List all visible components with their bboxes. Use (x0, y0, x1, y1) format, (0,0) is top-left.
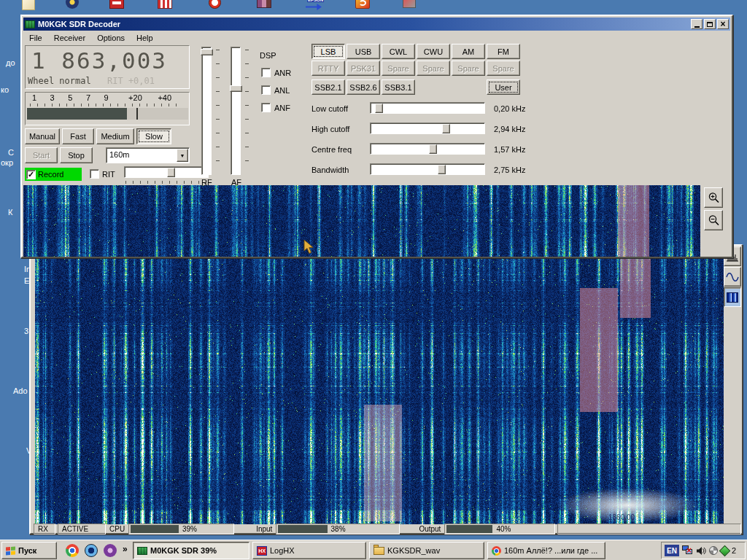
preset-ssb26-button[interactable]: SSB2.6 (347, 79, 380, 95)
s-meter-bar-fill (27, 108, 127, 120)
zoom-out-button[interactable] (704, 210, 723, 230)
quicklaunch-chrome-icon[interactable] (66, 544, 79, 557)
anr-checkbox[interactable] (261, 68, 271, 77)
quicklaunch-purple-icon[interactable] (104, 544, 117, 557)
menu-receiver[interactable]: Receiver (48, 32, 91, 44)
user-preset-button[interactable]: User (487, 79, 520, 95)
waterfall-display[interactable]: 1840.00 1860.00 (35, 249, 724, 524)
mode-cwu-button[interactable]: CWU (417, 44, 450, 59)
desktop-icon-striped-app[interactable] (158, 0, 172, 9)
output-percent: 40% (496, 525, 511, 533)
passband-marker[interactable] (364, 405, 402, 521)
start-button[interactable]: Пуск (1, 542, 57, 559)
passband-marker[interactable] (618, 185, 649, 257)
af-slider[interactable] (231, 47, 241, 175)
mode-spare-button[interactable]: Spare (417, 61, 450, 76)
quicklaunch-player-icon[interactable] (85, 544, 98, 557)
title-bar[interactable]: M0KGK SDR Decoder × (23, 18, 730, 31)
desktop-icon-orange-app[interactable] (355, 0, 370, 9)
bandwidth-slider[interactable] (370, 163, 485, 175)
scope-view-button[interactable] (724, 267, 741, 287)
rit-offset-label: RIT +0,01 (107, 76, 155, 86)
mode-am-button[interactable]: AM (452, 44, 485, 59)
low-cutoff-slider[interactable] (370, 102, 485, 114)
preset-ssb31-button[interactable]: SSB3.1 (382, 79, 415, 95)
low-cutoff-thumb[interactable] (375, 104, 383, 113)
minimize-button[interactable] (691, 19, 703, 29)
desktop-icon-misc[interactable] (403, 0, 416, 8)
centre-freq-slider[interactable] (370, 143, 485, 155)
maximize-button[interactable] (704, 19, 716, 29)
cpu-percent: 39% (182, 525, 197, 533)
bandwidth-label: Bandwidth (311, 166, 349, 174)
zoom-in-button[interactable] (704, 187, 723, 208)
mode-spare-button[interactable]: Spare (487, 61, 520, 76)
agc-slow-button[interactable]: Slow (136, 128, 171, 144)
menu-file[interactable]: File (23, 32, 48, 44)
system-tray: EN × 2 (661, 542, 746, 559)
desktop-label: Ado (13, 386, 28, 395)
taskbar: Пуск » M0KGK SDR 39% HX LogHX KGKSDR_wav… (0, 540, 747, 560)
high-cutoff-label: High cutoff (311, 125, 349, 133)
anf-checkbox[interactable] (261, 103, 271, 112)
tray-green-icon[interactable] (719, 545, 731, 556)
waterfall-history[interactable] (23, 185, 700, 257)
high-cutoff-thumb[interactable] (442, 124, 450, 133)
waterfall-view-button[interactable] (724, 287, 741, 307)
high-cutoff-slider[interactable] (370, 122, 485, 134)
output-progress: 40% (444, 524, 555, 534)
passband-marker[interactable] (620, 249, 651, 318)
agc-fast-button[interactable]: Fast (62, 128, 94, 144)
rf-slider[interactable] (201, 47, 212, 175)
taskbar-task-chrome-page[interactable]: 160m Аллё!? ...или где ... (487, 542, 605, 559)
volume-icon[interactable] (696, 546, 706, 556)
mode-lsb-button[interactable]: LSB (311, 44, 345, 59)
freq-scale-label: 1860.00 (608, 513, 635, 521)
mode-psk31-button[interactable]: PSK31 (347, 61, 380, 76)
agc-manual-button[interactable]: Manual (25, 128, 60, 144)
close-button[interactable]: × (717, 19, 729, 29)
rit-slider[interactable] (124, 166, 209, 178)
rit-slider-thumb[interactable] (167, 168, 175, 177)
desktop-icon-red-app[interactable] (109, 0, 124, 9)
desktop-icon-epson[interactable]: EPSON (303, 0, 328, 11)
quicklaunch-overflow-chevron[interactable]: » (123, 544, 128, 554)
centre-freq-thumb[interactable] (429, 144, 437, 154)
taskbar-task-kgksdr-wav[interactable]: KGKSDR_wav (369, 542, 484, 559)
desktop-label: С (8, 148, 14, 157)
stop-button[interactable]: Stop (60, 147, 93, 163)
desktop-icon-document[interactable] (22, 0, 35, 10)
agc-medium-button[interactable]: Medium (96, 128, 134, 144)
desktop-icon-disc[interactable] (66, 0, 79, 9)
preset-ssb21-button[interactable]: SSB2.1 (311, 79, 345, 95)
desktop-icon-books[interactable] (257, 0, 271, 8)
language-indicator[interactable]: EN (665, 545, 679, 556)
record-label: Record (38, 170, 63, 179)
anl-checkbox[interactable] (261, 85, 271, 95)
band-select[interactable]: 160m ▼ (106, 147, 190, 163)
mode-usb-button[interactable]: USB (347, 44, 380, 59)
menu-options[interactable]: Options (91, 32, 131, 44)
band-select-arrow[interactable]: ▼ (177, 149, 188, 162)
rit-checkbox[interactable] (90, 169, 99, 179)
record-group[interactable]: ✓ Record (25, 168, 82, 181)
menu-help[interactable]: Help (131, 32, 159, 44)
start-button[interactable]: Start (25, 147, 58, 163)
passband-marker[interactable] (580, 288, 618, 412)
network-status-icon[interactable]: × (682, 545, 693, 556)
mode-rtty-button[interactable]: RTTY (311, 61, 345, 76)
tray-app-icon[interactable] (709, 546, 718, 555)
mode-spare-button[interactable]: Spare (452, 61, 485, 76)
bandwidth-thumb[interactable] (438, 165, 446, 174)
mode-fm-button[interactable]: FM (487, 44, 520, 59)
rf-slider-thumb[interactable] (201, 49, 213, 55)
record-checkbox[interactable]: ✓ (26, 170, 36, 179)
mode-spare-button[interactable]: Spare (382, 61, 415, 76)
taskbar-task-loghx[interactable]: HX LogHX (252, 542, 366, 559)
taskbar-task-m0kgk[interactable]: M0KGK SDR 39% (133, 542, 249, 559)
af-slider-thumb[interactable] (230, 85, 242, 92)
frequency-display: 1 863,003 Wheel normal RIT +0,01 (25, 45, 190, 89)
desktop-icon-clock[interactable] (209, 0, 221, 9)
app-icon (25, 20, 35, 28)
mode-cwl-button[interactable]: CWL (382, 44, 415, 59)
